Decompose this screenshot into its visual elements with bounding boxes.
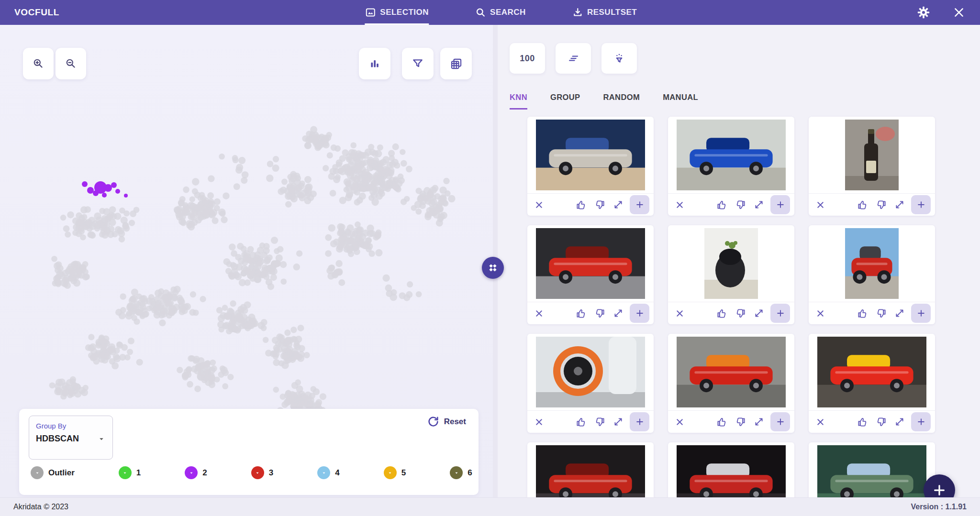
scatter-point[interactable] (88, 334, 94, 340)
panel-drag-handle[interactable] (482, 257, 504, 279)
card-image[interactable] (668, 334, 794, 410)
scatter-point[interactable] (117, 227, 124, 234)
scatter-point[interactable] (345, 228, 351, 234)
scatter-point[interactable] (244, 279, 250, 285)
scatter-point[interactable] (186, 366, 192, 373)
close-icon[interactable] (813, 306, 827, 320)
scatter-point[interactable] (105, 353, 111, 360)
reset-button[interactable]: Reset (427, 416, 466, 428)
scatter-point[interactable] (281, 345, 288, 352)
thumbs-up-icon[interactable] (855, 415, 869, 429)
settings-gear-icon[interactable] (916, 5, 931, 20)
scatter-point[interactable] (223, 193, 229, 199)
scatter-point[interactable] (323, 165, 329, 171)
scatter-point[interactable] (400, 149, 405, 155)
scatter-point[interactable] (382, 274, 390, 282)
thumbs-down-icon[interactable] (592, 198, 607, 212)
scatter-point[interactable] (128, 338, 134, 344)
nav-tab-selection[interactable]: SELECTION (365, 0, 429, 25)
scatter-point[interactable] (401, 198, 407, 205)
scatter-point[interactable] (187, 381, 193, 388)
scatter-point[interactable] (163, 289, 169, 296)
thumbs-down-icon[interactable] (592, 306, 607, 320)
scatter-point[interactable] (331, 144, 337, 151)
scatter-point[interactable] (87, 231, 93, 238)
scatter-point[interactable] (273, 353, 278, 359)
legend-item-1[interactable]: 1 (119, 466, 141, 479)
scatter-point[interactable] (272, 165, 279, 172)
scatter-point[interactable] (188, 223, 195, 231)
scatter-point[interactable] (227, 374, 234, 380)
thumbs-up-icon[interactable] (714, 415, 729, 429)
scatter-point[interactable] (280, 261, 287, 268)
scatter-point[interactable] (330, 168, 337, 175)
scatter-point[interactable] (98, 336, 105, 342)
scatter-point[interactable] (386, 162, 393, 168)
scatter-point[interactable] (78, 387, 86, 394)
scatter-point[interactable] (298, 351, 305, 358)
scatter-point[interactable] (347, 162, 355, 169)
scatter-point[interactable] (142, 311, 149, 318)
scatter-point[interactable] (220, 211, 226, 217)
card-image[interactable] (668, 117, 794, 193)
scatter-point[interactable] (84, 206, 91, 213)
thumbs-down-icon[interactable] (733, 198, 747, 212)
scatter-point[interactable] (328, 224, 335, 231)
scatter-point-selected[interactable] (124, 194, 128, 198)
scatter-point-selected[interactable] (102, 193, 107, 198)
scatter-point[interactable] (119, 208, 125, 214)
scatter-point[interactable] (377, 144, 383, 151)
scatter-point[interactable] (235, 313, 242, 320)
scatter-point[interactable] (273, 387, 279, 393)
scatter-point[interactable] (85, 220, 91, 227)
legend-item-6[interactable]: 6 (450, 466, 472, 479)
scatter-point[interactable] (222, 383, 228, 389)
scatter-point[interactable] (295, 379, 301, 385)
scatter-point[interactable] (290, 171, 297, 178)
smart-filter-button[interactable] (601, 43, 637, 74)
scatter-point[interactable] (392, 143, 399, 150)
zoom-out-button[interactable] (56, 48, 86, 79)
scatter-point[interactable] (62, 382, 69, 390)
zoom-in-button[interactable] (23, 48, 54, 79)
thumbs-up-icon[interactable] (574, 415, 588, 429)
close-icon[interactable] (813, 415, 827, 429)
scatter-point[interactable] (78, 219, 84, 225)
scatter-point[interactable] (290, 327, 297, 333)
scatter-point[interactable] (120, 293, 126, 299)
scatter-point[interactable] (280, 187, 287, 193)
scatter-point[interactable] (259, 271, 267, 278)
scatter-point[interactable] (67, 211, 74, 219)
thumbs-up-icon[interactable] (714, 198, 729, 212)
scatter-point[interactable] (385, 285, 392, 292)
scatter-point[interactable] (443, 178, 449, 184)
scatter-point[interactable] (179, 196, 186, 202)
scatter-point[interactable] (304, 176, 312, 183)
scatter-point-selected[interactable] (115, 189, 120, 194)
scatter-point[interactable] (368, 251, 375, 257)
scatter-point[interactable] (119, 312, 126, 319)
scatter-point[interactable] (194, 385, 201, 392)
scatter-point[interactable] (284, 329, 290, 336)
legend-item-4[interactable]: 4 (317, 466, 339, 479)
scatter-point[interactable] (189, 197, 195, 202)
scatter-point[interactable] (265, 350, 272, 356)
card-image[interactable] (527, 442, 654, 497)
scatter-point[interactable] (304, 197, 311, 204)
scatter-point[interactable] (388, 150, 395, 157)
scatter-point[interactable] (234, 183, 240, 190)
scatter-point[interactable] (337, 168, 343, 175)
scatter-point[interactable] (298, 399, 304, 406)
scatter-point[interactable] (261, 252, 267, 258)
scatter-point[interactable] (51, 256, 57, 262)
scatter-point[interactable] (78, 272, 85, 279)
scatter-point[interactable] (266, 265, 273, 272)
filter-funnel-button[interactable] (402, 48, 434, 79)
scatter-point[interactable] (263, 243, 270, 250)
scatter-point[interactable] (342, 149, 349, 156)
scatter-point[interactable] (217, 321, 224, 328)
scatter-point[interactable] (352, 241, 359, 248)
scatter-point[interactable] (242, 171, 249, 178)
legend-item-2[interactable]: 2 (185, 466, 207, 479)
plus-icon[interactable] (630, 304, 649, 323)
